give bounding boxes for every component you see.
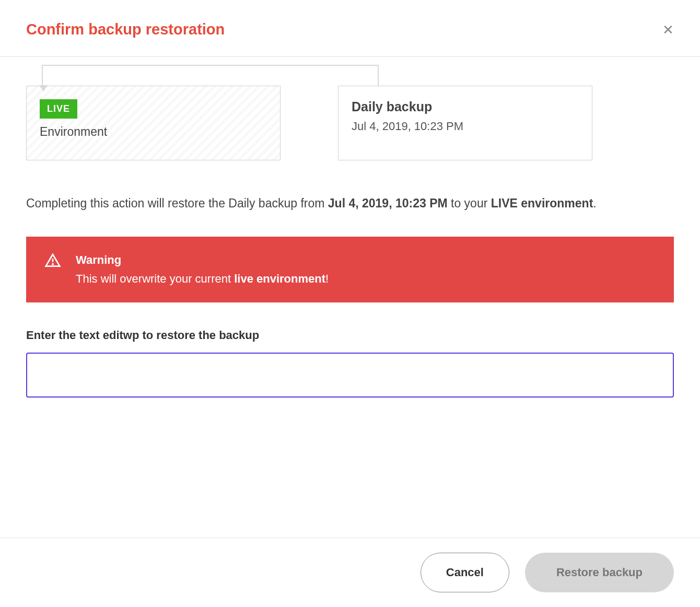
warning-alert: Warning This will overwrite your current… (26, 237, 674, 302)
cancel-button[interactable]: Cancel (421, 553, 509, 592)
description-text: Completing this action will restore the … (26, 194, 674, 213)
restore-backup-dialog: Confirm backup restoration ✕ LIVE Enviro… (0, 0, 700, 607)
dialog-content: LIVE Environment Daily backup Jul 4, 201… (0, 57, 700, 538)
warning-icon (44, 252, 61, 271)
confirmation-instruction: Enter the text editwp to restore the bac… (26, 329, 674, 342)
destination-card: LIVE Environment (26, 86, 281, 160)
restore-backup-button[interactable]: Restore backup (525, 553, 674, 592)
svg-point-1 (52, 264, 53, 264)
source-card: Daily backup Jul 4, 2019, 10:23 PM (338, 86, 592, 160)
dialog-footer: Cancel Restore backup (0, 538, 700, 607)
source-title: Daily backup (352, 99, 579, 114)
dialog-header: Confirm backup restoration ✕ (0, 0, 700, 57)
destination-label: Environment (40, 125, 267, 139)
source-timestamp: Jul 4, 2019, 10:23 PM (352, 120, 579, 133)
warning-title: Warning (76, 251, 329, 269)
live-badge: LIVE (40, 99, 77, 119)
confirmation-input[interactable] (26, 353, 674, 398)
flow-diagram: LIVE Environment Daily backup Jul 4, 201… (26, 86, 674, 160)
flow-arrow-icon (42, 65, 379, 91)
warning-body: This will overwrite your current live en… (76, 270, 329, 288)
close-icon[interactable]: ✕ (662, 23, 674, 37)
dialog-title: Confirm backup restoration (26, 21, 225, 38)
warning-text: Warning This will overwrite your current… (76, 251, 329, 288)
